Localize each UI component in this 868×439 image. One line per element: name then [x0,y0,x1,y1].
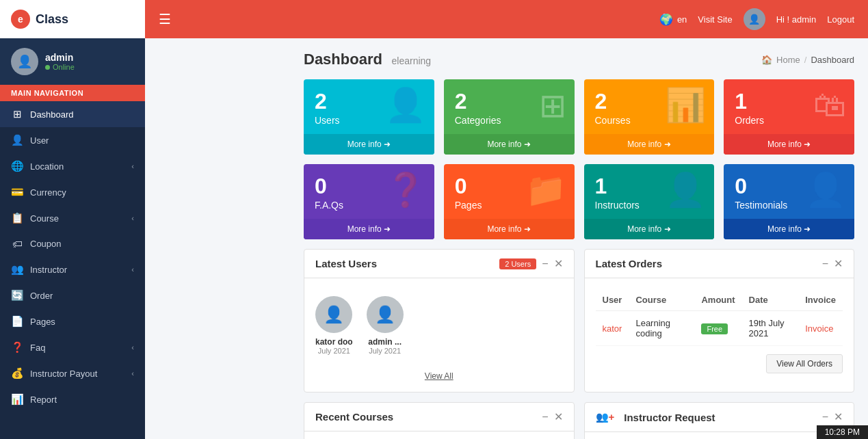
latest-users-title: Latest Users [315,258,377,269]
instructor-request-panel: 👥+ Instructor Request − ✕ [584,402,855,439]
recent-courses-controls: − ✕ [542,412,562,423]
stat-label-courses: Courses [595,115,631,126]
view-all-users-link[interactable]: View All [315,371,563,381]
stat-number-pages: 0 [455,175,482,197]
sidebar-label-location: Location [30,161,64,172]
stat-footer-courses[interactable]: More info ➜ [584,134,715,155]
order-invoice-link[interactable]: Invoice [805,323,833,334]
currency-icon: 💳 [11,186,23,198]
stat-footer-pages[interactable]: More info ➜ [444,219,575,239]
time-display: 10:28 PM [825,427,860,437]
dashboard-icon: ⊞ [11,108,23,120]
stats-row-1: 2 Users 👤 More info ➜ 2 Categories ⊞ Mor… [304,79,854,155]
minimize-latest-users[interactable]: − [542,258,548,269]
stat-label-orders: Orders [735,115,764,126]
sidebar-label-payout: Instructor Payout [30,369,97,379]
sidebar-item-dashboard[interactable]: ⊞ Dashboard [0,101,145,127]
close-recent-courses[interactable]: ✕ [554,412,563,423]
stat-footer-testimonials[interactable]: More info ➜ [724,219,854,239]
stat-footer-users[interactable]: More info ➜ [304,134,434,155]
pages-icon: 📄 [11,315,23,328]
sidebar-item-report[interactable]: 📊 Report [0,386,145,412]
sidebar-label-order: Order [30,291,53,301]
visit-site-button[interactable]: Visit Site [698,14,732,25]
faq-icon: ❓ [11,341,23,354]
sidebar-item-order[interactable]: 🔄 Order [0,282,145,308]
stat-card-users: 2 Users 👤 More info ➜ [304,79,434,155]
course-arrow: ‹ [131,214,134,222]
orders-table: User Course Amount Date Invoice kator Le… [596,289,843,346]
sidebar-label-instructor: Instructor [30,265,67,275]
stat-footer-categories[interactable]: More info ➜ [444,134,575,155]
table-row: kator Learning coding Free 19th July 202… [596,311,843,346]
user-avatar-1: 👤 [367,296,404,333]
order-course: Learning coding [629,311,694,346]
sidebar-item-instructor-payout[interactable]: 💰 Instructor Payout ‹ [0,360,145,386]
stat-number-courses: 2 [595,90,631,112]
order-user-link[interactable]: kator [603,323,622,334]
col-invoice: Invoice [798,289,843,311]
stat-label-categories: Categories [455,115,501,126]
view-all-orders-button[interactable]: View All Orders [766,354,843,373]
stat-number-faqs: 0 [315,175,343,197]
stat-footer-faqs[interactable]: More info ➜ [304,219,434,239]
home-icon: 🏠 [761,55,772,65]
order-amount-badge: Free [701,323,728,334]
stat-card-courses: 2 Courses 📊 More info ➜ [584,79,715,155]
breadcrumb-home[interactable]: Home [776,55,800,65]
col-date: Date [742,289,799,311]
sidebar-item-coupon[interactable]: 🏷 Coupon [0,231,145,256]
sidebar-item-instructor[interactable]: 👥 Instructor ‹ [0,256,145,282]
recent-courses-panel: Recent Courses − ✕ [304,402,575,439]
col-user: User [596,289,629,311]
latest-users-controls: 2 Users − ✕ [499,258,562,269]
sidebar-item-location[interactable]: 🌐 Location ‹ [0,153,145,179]
panels-row: Latest Users 2 Users − ✕ 👤 kator doo Jul… [304,249,854,393]
close-latest-orders[interactable]: ✕ [834,258,843,269]
latest-users-header: Latest Users 2 Users − ✕ [304,250,574,278]
main-content: Dashboard elearning 🏠 Home / Dashboard 2… [290,38,868,439]
user-name-0: kator doo [315,337,353,347]
sidebar-label-coupon: Coupon [30,239,62,249]
sidebar-label-dashboard: Dashboard [30,109,74,120]
stat-label-instructors: Instructors [595,200,640,211]
stat-label-faqs: F.A.Qs [315,200,343,211]
latest-orders-panel: Latest Orders − ✕ User Course Amount Dat… [584,249,855,393]
location-icon: 🌐 [11,160,23,172]
users-count-badge: 2 Users [499,258,536,269]
col-amount: Amount [694,289,741,311]
close-instructor-request[interactable]: ✕ [834,412,843,423]
stat-card-testimonials: 0 Testimonials 👤 More info ➜ [724,164,854,239]
sidebar-label-pages: Pages [30,317,55,327]
faq-arrow: ‹ [131,343,134,351]
online-status: Online [45,63,75,71]
stat-number-users: 2 [315,90,340,112]
report-icon: 📊 [11,393,23,405]
minimize-instructor-request[interactable]: − [822,412,828,423]
sidebar-item-user[interactable]: 👤 User [0,127,145,153]
hamburger-menu[interactable]: ☰ [159,11,171,27]
sidebar-item-course[interactable]: 📋 Course ‹ [0,205,145,231]
order-date: 19th July 2021 [742,311,799,346]
stat-icon-users: 👤 [385,86,426,124]
language-button[interactable]: 🌍 en [659,13,687,26]
stat-footer-orders[interactable]: More info ➜ [724,134,854,155]
sidebar-label-course: Course [30,213,59,224]
topbar-greeting[interactable]: Hi ! admin [776,14,817,25]
stat-footer-instructors[interactable]: More info ➜ [584,219,715,239]
sidebar-item-currency[interactable]: 💳 Currency [0,179,145,205]
latest-orders-body: User Course Amount Date Invoice kator Le… [585,278,854,384]
minimize-recent-courses[interactable]: − [542,412,548,423]
stat-icon-testimonials: 👤 [805,171,846,209]
logout-button[interactable]: Logout [827,14,854,25]
minimize-latest-orders[interactable]: − [822,258,828,269]
sidebar-item-pages[interactable]: 📄 Pages [0,308,145,334]
language-label: en [677,14,687,25]
close-latest-users[interactable]: ✕ [554,258,563,269]
order-icon: 🔄 [11,289,23,302]
topbar: ☰ 🌍 en Visit Site 👤 Hi ! admin Logout [145,0,868,38]
stat-card-categories: 2 Categories ⊞ More info ➜ [444,79,575,155]
sidebar-item-faq[interactable]: ❓ Faq ‹ [0,334,145,360]
course-icon: 📋 [11,212,23,224]
coupon-icon: 🏷 [11,238,23,250]
